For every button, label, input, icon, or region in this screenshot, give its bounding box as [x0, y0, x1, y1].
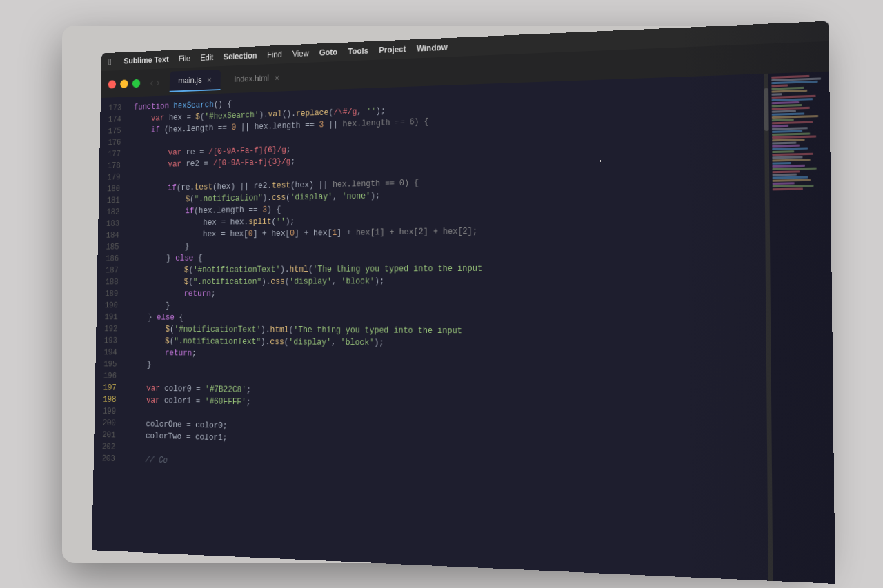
screen:  Sublime Text File Edit Selection Find … [92, 21, 835, 583]
menu-edit[interactable]: Edit [200, 52, 213, 62]
line-num-182: 182 [99, 206, 125, 218]
line-num-185: 185 [98, 241, 124, 253]
menu-window[interactable]: Window [417, 42, 448, 53]
line-num-191: 191 [97, 311, 123, 323]
traffic-lights [108, 79, 141, 88]
tab-index-html-close[interactable]: ✕ [274, 74, 279, 81]
line-num-179: 179 [99, 171, 126, 183]
line-num-181: 181 [99, 194, 125, 207]
line-num-178: 178 [99, 159, 126, 172]
maximize-button[interactable] [132, 79, 141, 88]
line-num-174: 174 [100, 113, 126, 125]
line-num-183: 183 [98, 218, 124, 230]
line-num-189: 189 [97, 287, 123, 299]
tab-index-html[interactable]: index.html ✕ [226, 66, 288, 90]
nav-arrows: ‹ › [150, 75, 160, 89]
menu-project[interactable]: Project [379, 44, 406, 54]
minimap [768, 71, 835, 583]
line-num-175: 175 [100, 125, 126, 137]
line-num-202: 202 [94, 440, 120, 453]
line-num-180: 180 [99, 183, 125, 195]
close-button[interactable] [108, 79, 117, 88]
minimap-content [768, 71, 831, 194]
editor-container: 173 174 175 176 177 178 179 180 181 182 … [92, 71, 835, 583]
laptop-frame:  Sublime Text File Edit Selection Find … [62, 26, 821, 563]
line-num-199: 199 [95, 405, 121, 418]
menu-tools[interactable]: Tools [348, 45, 368, 56]
line-num-190: 190 [97, 299, 123, 311]
minimize-button[interactable] [120, 79, 128, 88]
line-num-188: 188 [97, 276, 123, 287]
tab-main-js[interactable]: main.js ✕ [170, 69, 221, 92]
back-arrow-icon[interactable]: ‹ [150, 75, 154, 89]
line-num-198: 198 [95, 393, 121, 405]
code-line-190: } [130, 299, 766, 312]
menu-sublime-text[interactable]: Sublime Text [123, 54, 168, 65]
line-num-177: 177 [99, 148, 126, 161]
line-num-186: 186 [97, 253, 123, 265]
line-num-196: 196 [95, 369, 121, 382]
menu-goto[interactable]: Goto [319, 47, 338, 57]
forward-arrow-icon[interactable]: › [156, 75, 160, 89]
line-num-197: 197 [95, 381, 121, 394]
code-area[interactable]: function hexSearch() { var hex = $('#hex… [126, 74, 768, 581]
line-num-201: 201 [94, 429, 120, 441]
line-num-193: 193 [96, 334, 122, 346]
line-num-192: 192 [96, 323, 122, 334]
line-num-203: 203 [94, 452, 120, 465]
menu-view[interactable]: View [292, 48, 309, 58]
code-line-189: return; [130, 287, 766, 300]
apple-logo-icon:  [108, 57, 112, 67]
menu-find[interactable]: Find [267, 50, 282, 59]
tab-index-html-label: index.html [235, 73, 269, 83]
line-num-184: 184 [98, 230, 124, 241]
line-num-200: 200 [95, 417, 121, 429]
line-num-195: 195 [95, 358, 121, 370]
line-num-176: 176 [99, 136, 126, 149]
line-num-194: 194 [96, 346, 122, 358]
line-num-187: 187 [97, 264, 123, 276]
tab-main-js-label: main.js [178, 75, 201, 85]
code-line-188: $(".notification").css('display', 'block… [130, 274, 766, 288]
tab-main-js-close[interactable]: ✕ [207, 76, 212, 83]
menu-file[interactable]: File [179, 54, 191, 63]
menu-selection[interactable]: Selection [224, 50, 257, 61]
line-num-173: 173 [100, 102, 126, 114]
